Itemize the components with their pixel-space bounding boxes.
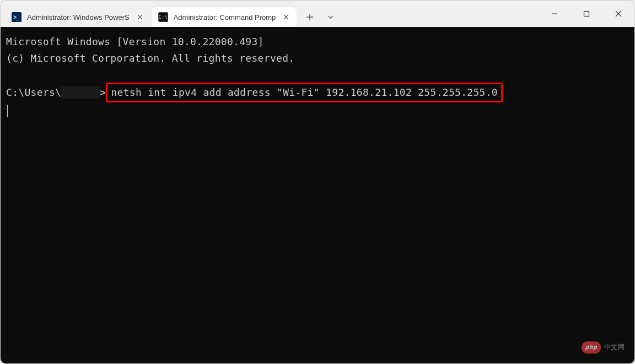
tab-dropdown-button[interactable] <box>321 7 341 27</box>
watermark-badge: php <box>582 341 601 354</box>
tab-title: Administrator: Command Promp <box>174 13 276 21</box>
tab-strip: >_ Administrator: Windows PowerS C:\ Adm… <box>1 1 539 27</box>
new-tab-button[interactable] <box>300 7 320 27</box>
terminal-output-line: Microsoft Windows [Version 10.0.22000.49… <box>6 34 629 50</box>
cursor-line <box>6 102 629 119</box>
close-tab-button[interactable] <box>281 12 291 22</box>
terminal-output-line: (c) Microsoft Corporation. All rights re… <box>6 50 629 67</box>
terminal-content[interactable]: Microsoft Windows [Version 10.0.22000.49… <box>1 27 634 363</box>
titlebar: >_ Administrator: Windows PowerS C:\ Adm… <box>1 1 634 27</box>
close-window-button[interactable] <box>602 1 634 27</box>
window-controls <box>539 1 634 27</box>
blank-line <box>6 66 629 83</box>
minimize-button[interactable] <box>539 1 571 27</box>
watermark: php 中文网 <box>582 341 625 354</box>
close-tab-button[interactable] <box>135 12 145 22</box>
prompt-path-prefix: C:\Users\ <box>6 84 61 101</box>
maximize-button[interactable] <box>571 1 602 27</box>
tab-title: Administrator: Windows PowerS <box>27 13 130 21</box>
terminal-prompt-line: C:\Users\>netsh int ipv4 add address "Wi… <box>6 83 629 102</box>
powershell-icon: >_ <box>12 12 21 22</box>
prompt-suffix: > <box>100 84 106 101</box>
highlighted-command: netsh int ipv4 add address "Wi-Fi" 192.1… <box>106 83 503 102</box>
terminal-window: >_ Administrator: Windows PowerS C:\ Adm… <box>0 0 635 364</box>
command-prompt-icon: C:\ <box>158 12 168 22</box>
watermark-text: 中文网 <box>604 342 625 353</box>
tab-powershell[interactable]: >_ Administrator: Windows PowerS <box>5 7 150 27</box>
tab-command-prompt[interactable]: C:\ Administrator: Command Promp <box>152 7 297 27</box>
svg-rect-0 <box>584 12 589 17</box>
redacted-username <box>61 86 100 99</box>
text-cursor <box>7 105 8 117</box>
